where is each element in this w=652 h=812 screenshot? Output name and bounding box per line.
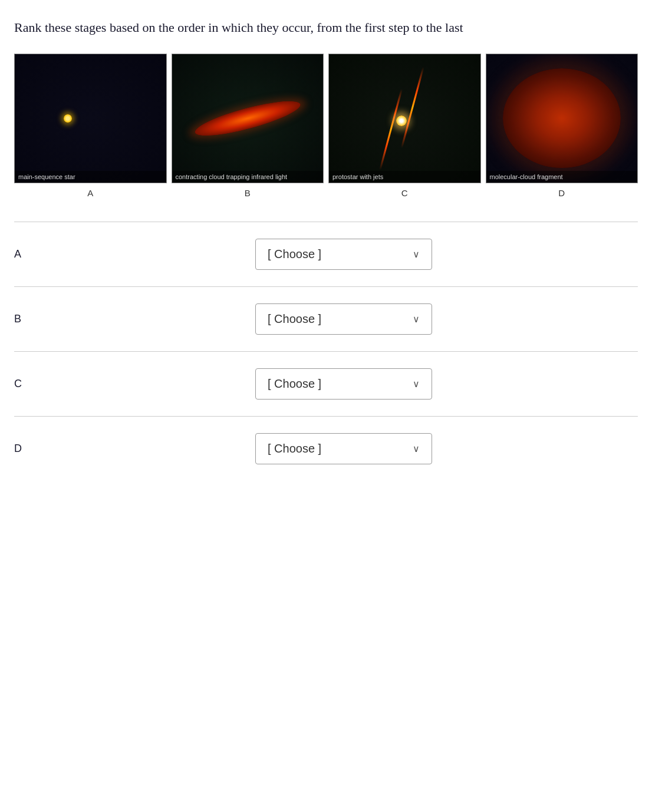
ranking-row-d: D [ Choose ] ∨ xyxy=(14,416,638,481)
images-row: main-sequence star A contracting cloud t… xyxy=(14,54,638,198)
ranking-row-c: C [ Choose ] ∨ xyxy=(14,351,638,416)
image-letter-c: C xyxy=(401,188,408,198)
row-letter-c: C xyxy=(14,378,50,390)
star-image-b xyxy=(172,54,324,183)
choose-text-a: [ Choose ] xyxy=(268,247,321,261)
image-card-d: molecular-cloud fragment D xyxy=(486,54,638,198)
row-letter-d: D xyxy=(14,443,50,455)
choose-dropdown-c[interactable]: [ Choose ] ∨ xyxy=(255,368,432,400)
image-card-a: main-sequence star A xyxy=(14,54,167,198)
chevron-down-icon-c: ∨ xyxy=(413,378,420,390)
chevron-down-icon-a: ∨ xyxy=(413,249,420,260)
choose-dropdown-a[interactable]: [ Choose ] ∨ xyxy=(255,239,432,270)
ranking-section: A [ Choose ] ∨ B [ Choose ] ∨ C [ Choose… xyxy=(14,222,638,481)
choose-dropdown-b[interactable]: [ Choose ] ∨ xyxy=(255,303,432,335)
chevron-down-icon-d: ∨ xyxy=(413,443,420,454)
image-letter-b: B xyxy=(245,188,251,198)
ranking-row-b: B [ Choose ] ∨ xyxy=(14,286,638,351)
choose-dropdown-d[interactable]: [ Choose ] ∨ xyxy=(255,433,432,464)
image-box-c: protostar with jets xyxy=(328,54,481,183)
image-card-c: protostar with jets C xyxy=(328,54,481,198)
star-image-a xyxy=(15,54,166,183)
chevron-down-icon-b: ∨ xyxy=(413,313,420,325)
choose-text-c: [ Choose ] xyxy=(268,377,321,391)
choose-text-b: [ Choose ] xyxy=(268,312,321,326)
star-image-d xyxy=(486,54,638,183)
image-label-c: protostar with jets xyxy=(329,171,480,183)
image-card-b: contracting cloud trapping infrared ligh… xyxy=(172,54,324,198)
choose-text-d: [ Choose ] xyxy=(268,442,321,455)
image-box-a: main-sequence star xyxy=(14,54,167,183)
image-letter-a: A xyxy=(87,188,93,198)
star-image-c xyxy=(329,54,480,183)
image-label-a: main-sequence star xyxy=(15,171,166,183)
image-box-b: contracting cloud trapping infrared ligh… xyxy=(172,54,324,183)
protostar-c xyxy=(396,115,407,126)
disk-shape-b xyxy=(192,94,302,142)
question-title: Rank these stages based on the order in … xyxy=(14,19,638,37)
cloud-shape-d xyxy=(503,68,621,169)
jet-top-c xyxy=(401,67,424,148)
row-letter-a: A xyxy=(14,248,50,260)
row-letter-b: B xyxy=(14,313,50,325)
image-label-b: contracting cloud trapping infrared ligh… xyxy=(172,171,324,183)
ranking-row-a: A [ Choose ] ∨ xyxy=(14,222,638,286)
image-label-d: molecular-cloud fragment xyxy=(486,171,638,183)
image-box-d: molecular-cloud fragment xyxy=(486,54,638,183)
jet-bottom-c xyxy=(379,88,403,169)
image-letter-d: D xyxy=(558,188,565,198)
